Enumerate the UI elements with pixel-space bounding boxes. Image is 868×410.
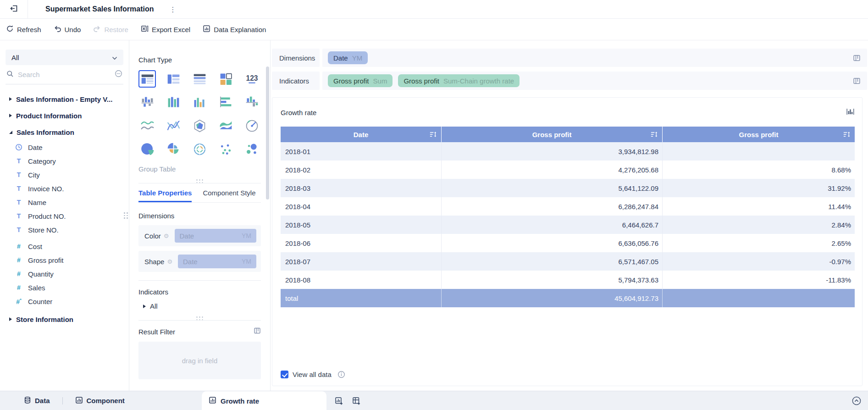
section-drag-handle[interactable]: [196, 179, 203, 183]
tree-folder-store-information[interactable]: Store Information: [6, 311, 123, 327]
chart-type-pie-chart-icon[interactable]: [138, 140, 156, 158]
sort-icon[interactable]: [429, 131, 437, 138]
tree-field-invoice-no[interactable]: TInvoice NO.: [6, 182, 123, 195]
tree-field-counter[interactable]: #*Counter: [6, 294, 123, 308]
color-drop-row: Color ⚙ Date YM: [138, 225, 261, 246]
cell-date: 2018-06: [281, 234, 442, 252]
scrollbar-thumb[interactable]: [266, 66, 269, 199]
cell-gross-profit: 3,934,812.98: [442, 142, 663, 161]
undo-button[interactable]: Undo: [54, 25, 81, 34]
chart-type-horizontal-bar-icon[interactable]: [217, 94, 234, 111]
tree-field-sales[interactable]: #Sales: [6, 281, 123, 294]
shape-field-chip[interactable]: Date YM: [178, 255, 256, 268]
chart-type-block-chart-icon[interactable]: [217, 70, 234, 88]
info-icon[interactable]: [337, 371, 345, 378]
panel-resize-handle[interactable]: [124, 212, 128, 219]
chart-type-line-chart-icon[interactable]: [165, 117, 182, 134]
gear-icon[interactable]: ⚙: [164, 233, 169, 239]
add-component-icon[interactable]: [335, 397, 343, 405]
sort-icon[interactable]: [650, 131, 658, 138]
tab-component[interactable]: Component: [75, 396, 125, 405]
chart-type-waterfall-bar-icon[interactable]: [138, 94, 156, 111]
divider: [138, 280, 261, 281]
chart-type-group-table-icon[interactable]: [138, 70, 156, 88]
exit-button[interactable]: [0, 4, 28, 15]
tree-folder-sales-information-empty-v[interactable]: Sales Information - Empty V...: [6, 91, 123, 107]
chart-type-rose-chart-icon[interactable]: [165, 140, 182, 158]
view-all-checkbox[interactable]: [281, 371, 288, 378]
tab-data[interactable]: Data: [24, 396, 50, 405]
section-drag-handle[interactable]: [196, 316, 203, 320]
export-excel-button[interactable]: Export Excel: [141, 25, 190, 34]
board-icon[interactable]: [254, 327, 261, 336]
chart-type-scatter-chart-icon[interactable]: [217, 140, 234, 158]
tree-field-label: Product NO.: [28, 212, 66, 220]
chip-label: Date: [180, 232, 194, 240]
database-icon: [24, 396, 31, 405]
tree-field-date[interactable]: Date: [6, 140, 123, 154]
switch-chart-icon[interactable]: [846, 108, 855, 117]
table-row: 2018-066,636,056.762.65%: [281, 234, 855, 252]
chip-label: Gross profit: [404, 77, 439, 85]
result-filter-dropzone[interactable]: drag in field: [138, 342, 261, 379]
tree-folder-sales-information[interactable]: Sales Information: [6, 124, 123, 140]
tab-growth-rate-active[interactable]: Growth rate: [202, 391, 326, 410]
tree-folder-product-information[interactable]: Product Information: [6, 107, 123, 124]
chart-type-kpi-card-icon[interactable]: 123: [243, 70, 260, 88]
chart-type-radar-chart-icon[interactable]: [191, 117, 208, 134]
field-chip-gross-profit[interactable]: Gross profitSum: [328, 74, 393, 87]
column-header-label: Gross profit: [532, 131, 572, 139]
more-menu-icon[interactable]: ⋮: [170, 6, 177, 13]
tree-field-cost[interactable]: #Cost: [6, 239, 123, 253]
tree-field-product-no[interactable]: TProduct NO.: [6, 209, 123, 223]
cell-date: 2018-08: [281, 271, 442, 289]
tree-field-quantity[interactable]: #Quantity: [6, 267, 123, 281]
field-chip-gross-profit[interactable]: Gross profitSum-Chain growth rate: [398, 74, 520, 87]
cell-gross-profit: 5,794,373.63: [442, 271, 663, 289]
dataset-scope-select[interactable]: All: [6, 50, 123, 65]
gear-icon[interactable]: ⚙: [167, 258, 172, 265]
search-input[interactable]: [18, 71, 111, 78]
tree-field-name[interactable]: TName: [6, 195, 123, 209]
toolbar: Refresh Undo Restore Export Excel Data E…: [0, 19, 868, 40]
dimensions-section-label: Dimensions: [138, 212, 261, 220]
board-icon[interactable]: [853, 77, 861, 85]
column-header-gross-profit[interactable]: Gross profit: [663, 127, 855, 142]
indicators-chip-area: Gross profitSumGross profitSum-Chain gro…: [322, 72, 867, 90]
tree-field-label: Sales: [28, 284, 45, 292]
chart-type-cross-table-icon[interactable]: [165, 70, 182, 88]
search-more-icon[interactable]: [115, 70, 122, 79]
refresh-button[interactable]: Refresh: [6, 25, 41, 34]
tab-table-properties[interactable]: Table Properties: [138, 189, 192, 202]
chart-type-multi-column-icon[interactable]: [165, 94, 182, 111]
chart-type-gauge-chart-icon[interactable]: [243, 117, 260, 134]
cell-growth-rate: -0.97%: [663, 252, 855, 271]
tab-component-style[interactable]: Component Style: [203, 189, 255, 202]
board-icon[interactable]: [853, 54, 861, 62]
field-chip-date[interactable]: DateYM: [328, 51, 368, 64]
tree-field-store-no[interactable]: TStore NO.: [6, 223, 123, 237]
add-dashboard-icon[interactable]: [352, 397, 360, 405]
tree-field-label: Category: [28, 157, 56, 165]
indicators-all-toggle[interactable]: All: [138, 302, 261, 310]
column-header-gross-profit[interactable]: Gross profit: [442, 127, 663, 142]
cell-gross-profit: 5,641,122.09: [442, 179, 663, 197]
tree-field-category[interactable]: TCategory: [6, 154, 123, 168]
tree-field-gross-profit[interactable]: #Gross profit: [6, 253, 123, 267]
chart-type-detail-table-icon[interactable]: [191, 70, 208, 88]
color-field-chip[interactable]: Date YM: [175, 229, 256, 243]
chart-type-area-chart-icon[interactable]: [217, 117, 234, 134]
chart-type-bidirectional-bar-icon[interactable]: [243, 94, 260, 111]
chart-type-line-area-icon[interactable]: [138, 117, 156, 134]
restore-button[interactable]: Restore: [93, 25, 128, 34]
sort-icon[interactable]: [843, 131, 851, 138]
chart-type-bubble-chart-icon[interactable]: [243, 140, 260, 158]
tree-field-city[interactable]: TCity: [6, 168, 123, 182]
chart-type-column-chart-icon[interactable]: [191, 94, 208, 111]
table-row: 2018-085,794,373.63-11.83%: [281, 271, 855, 289]
text-field-icon: T: [15, 157, 23, 165]
data-explanation-button[interactable]: Data Explanation: [203, 25, 266, 34]
chart-type-donut-map-icon[interactable]: [191, 140, 208, 158]
column-header-date[interactable]: Date: [281, 127, 442, 142]
collapse-circle-icon[interactable]: [851, 396, 862, 406]
